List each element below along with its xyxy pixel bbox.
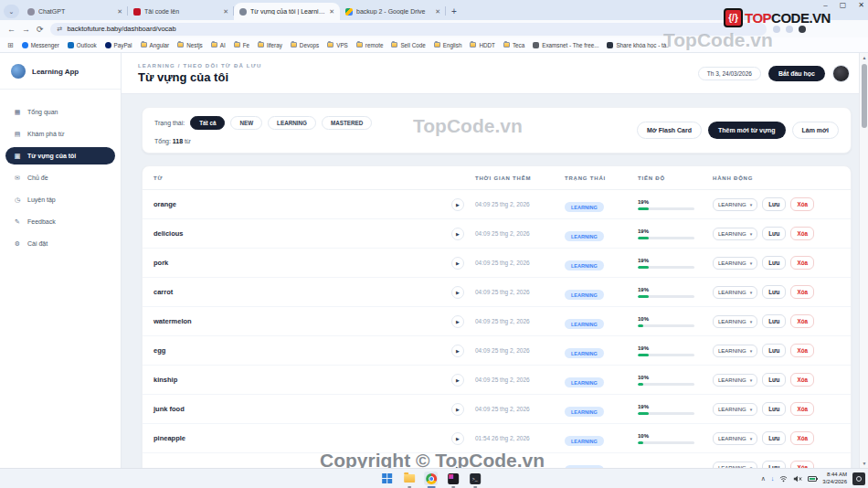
play-audio-button[interactable]: ▶ <box>451 257 464 270</box>
start-button[interactable] <box>380 472 394 485</box>
status-select[interactable]: LEARNING▾ <box>713 198 757 211</box>
reload-button[interactable]: ⟳ <box>37 25 44 34</box>
forward-button[interactable]: → <box>22 25 30 34</box>
save-button[interactable]: Lưu <box>762 197 786 211</box>
refresh-button[interactable]: Làm mới <box>792 122 839 139</box>
delete-button[interactable]: Xóa <box>790 285 814 299</box>
bookmark-item[interactable]: Sell Code <box>391 42 425 48</box>
browser-tab[interactable]: Từ vựng của tôi | Learning App ✕ <box>234 3 340 20</box>
play-audio-button[interactable]: ▶ <box>451 374 464 387</box>
status-select[interactable]: LEARNING▾ <box>713 403 757 416</box>
save-button[interactable]: Lưu <box>762 227 786 240</box>
sidebar-nav-item[interactable]: ✉ Chủ đề <box>5 169 115 186</box>
scrollbar-thumb[interactable] <box>862 64 867 128</box>
status-select[interactable]: LEARNING▾ <box>713 228 757 240</box>
apps-grid-icon[interactable]: ⊞ <box>7 41 14 49</box>
status-select[interactable]: LEARNING▾ <box>713 432 757 445</box>
status-select[interactable]: LEARNING▾ <box>713 374 757 387</box>
user-avatar[interactable] <box>832 65 850 82</box>
bookmark-item[interactable]: English <box>434 42 462 48</box>
bookmark-item[interactable]: VPS <box>327 42 348 48</box>
delete-button[interactable]: Xóa <box>790 344 814 357</box>
delete-button[interactable]: Xóa <box>790 256 814 270</box>
bookmark-item[interactable]: AI <box>211 42 226 48</box>
status-select[interactable]: LEARNING▾ <box>713 461 757 469</box>
delete-button[interactable]: Xóa <box>790 431 814 445</box>
save-button[interactable]: Lưu <box>762 402 786 416</box>
sidebar-nav-item[interactable]: ▤ Khám phá từ <box>5 125 115 143</box>
status-filter-pill[interactable]: LEARNING <box>268 116 316 130</box>
save-button[interactable]: Lưu <box>762 431 786 445</box>
tab-close-icon[interactable]: ✕ <box>435 8 440 16</box>
taskbar-clock[interactable]: 8:44 AM 3/24/2026 <box>822 472 847 485</box>
window-maximize-button[interactable]: ▢ <box>840 1 847 9</box>
ide-icon[interactable] <box>446 472 460 485</box>
terminal-icon[interactable]: >_ <box>468 472 482 485</box>
browser-tab[interactable]: backup 2 - Google Drive ✕ <box>340 3 446 20</box>
status-filter-pill[interactable]: NEW <box>230 116 262 130</box>
save-button[interactable]: Lưu <box>762 461 786 468</box>
play-audio-button[interactable]: ▶ <box>451 461 464 469</box>
tab-search-chevron-icon[interactable]: ⌄ <box>4 5 19 18</box>
browser-tab[interactable]: Tải code lên ✕ <box>128 3 234 20</box>
battery-icon[interactable] <box>808 476 817 482</box>
bookmark-item[interactable]: Examsnet - The free... <box>533 42 598 48</box>
bookmark-item[interactable]: Outlook <box>68 42 97 48</box>
play-audio-button[interactable]: ▶ <box>451 432 464 445</box>
delete-button[interactable]: Xóa <box>790 461 814 468</box>
status-select[interactable]: LEARNING▾ <box>713 315 757 328</box>
status-filter-pill[interactable]: MASTERED <box>322 116 372 130</box>
sidebar-nav-item[interactable]: ✎ Feedback <box>5 213 115 230</box>
chrome-icon[interactable] <box>424 472 438 485</box>
download-tray-icon[interactable]: ↓ <box>771 475 775 482</box>
status-filter-pill[interactable]: Tất cả <box>190 116 225 130</box>
hidden-icons-chevron[interactable]: ∧ <box>761 475 766 483</box>
wifi-icon[interactable] <box>779 475 788 483</box>
save-button[interactable]: Lưu <box>762 373 786 387</box>
window-close-button[interactable]: ✕ <box>858 1 864 9</box>
delete-button[interactable]: Xóa <box>790 197 814 211</box>
start-learning-button[interactable]: Bắt đầu học <box>768 66 825 81</box>
site-info-icon[interactable]: ⇄ <box>58 26 63 33</box>
scroll-up-icon[interactable]: ▲ <box>860 55 868 60</box>
bookmark-item[interactable]: Nestjs <box>177 42 203 48</box>
sidebar-nav-item[interactable]: ⚙ Cài đặt <box>5 235 115 252</box>
scroll-down-icon[interactable]: ▼ <box>860 461 868 466</box>
delete-button[interactable]: Xóa <box>790 314 814 328</box>
play-audio-button[interactable]: ▶ <box>451 228 464 240</box>
tab-close-icon[interactable]: ✕ <box>329 8 334 16</box>
save-button[interactable]: Lưu <box>762 256 786 270</box>
delete-button[interactable]: Xóa <box>790 402 814 416</box>
delete-button[interactable]: Xóa <box>790 373 814 387</box>
file-explorer-icon[interactable] <box>402 472 416 485</box>
url-bar[interactable]: ⇄ backtofuture.baby/dashboard/vocab <box>50 23 767 36</box>
bookmark-item[interactable]: Share khóa học - tà... <box>607 42 671 48</box>
tab-close-icon[interactable]: ✕ <box>223 8 228 16</box>
bookmark-item[interactable]: liferay <box>258 42 282 48</box>
play-audio-button[interactable]: ▶ <box>451 345 464 357</box>
status-select[interactable]: LEARNING▾ <box>713 286 757 299</box>
bookmark-item[interactable]: Fe <box>234 42 249 48</box>
volume-muted-icon[interactable] <box>793 475 802 483</box>
bookmark-item[interactable]: Angular <box>141 42 170 48</box>
tab-close-icon[interactable]: ✕ <box>117 8 122 16</box>
bookmark-item[interactable]: HDDT <box>470 42 495 48</box>
save-button[interactable]: Lưu <box>762 285 786 299</box>
open-flashcard-button[interactable]: Mở Flash Card <box>637 122 702 139</box>
play-audio-button[interactable]: ▶ <box>451 315 464 328</box>
bookmark-item[interactable]: Teca <box>503 42 524 48</box>
status-select[interactable]: LEARNING▾ <box>713 257 757 270</box>
browser-tab[interactable]: ChatGPT ✕ <box>22 3 128 20</box>
bookmark-item[interactable]: Devops <box>291 42 319 48</box>
bookmark-item[interactable]: Messenger <box>22 42 59 48</box>
bookmark-item[interactable]: remote <box>356 42 384 48</box>
play-audio-button[interactable]: ▶ <box>451 198 464 211</box>
status-select[interactable]: LEARNING▾ <box>713 345 757 357</box>
action-center-icon[interactable] <box>852 472 865 485</box>
new-tab-button[interactable]: + <box>451 6 457 16</box>
play-audio-button[interactable]: ▶ <box>451 286 464 299</box>
bookmark-item[interactable]: PayPal <box>105 42 132 48</box>
page-scrollbar[interactable]: ▲ ▼ <box>859 53 868 468</box>
delete-button[interactable]: Xóa <box>790 227 814 240</box>
play-audio-button[interactable]: ▶ <box>451 403 464 416</box>
